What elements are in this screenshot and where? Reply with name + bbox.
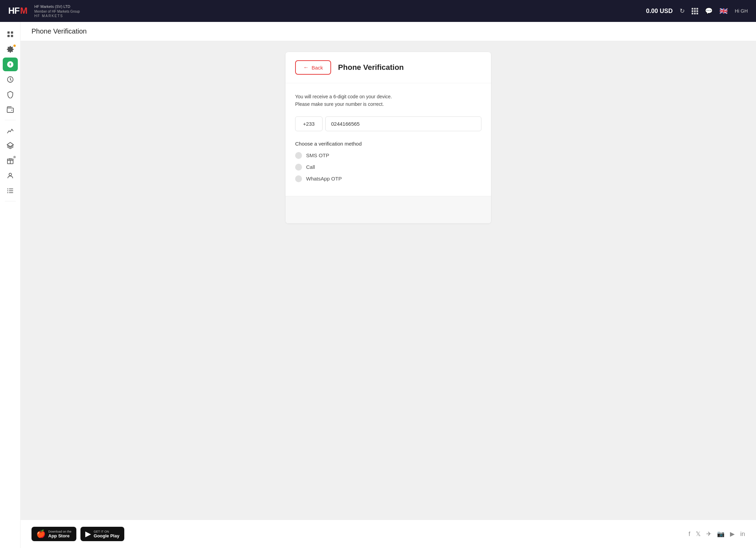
card-bottom <box>286 196 491 223</box>
content-area: ← Back Phone Verification You will recei… <box>21 41 756 520</box>
sidebar-item-wallet[interactable] <box>3 103 18 116</box>
layers-icon <box>7 142 14 149</box>
svg-point-14 <box>7 192 8 193</box>
sidebar-item-settings[interactable] <box>3 42 18 56</box>
app-store-button[interactable]: 🍎 Download on the App Store <box>32 527 76 541</box>
phone-row: +233 0244166565 <box>295 116 481 131</box>
app-store-sub: Download on the <box>48 530 72 533</box>
svg-rect-2 <box>7 35 9 37</box>
card-title: Phone Verification <box>338 63 404 72</box>
gift-icon <box>7 157 14 164</box>
svg-point-8 <box>9 173 11 176</box>
balance-display: 0.00 USD <box>646 8 673 15</box>
social-icons: f 𝕏 ✈ 📷 ▶ in <box>689 530 745 538</box>
settings-icon <box>7 46 14 53</box>
app-buttons: 🍎 Download on the App Store ▶ GET IT ON … <box>32 527 124 541</box>
telegram-icon[interactable]: ✈ <box>706 530 711 538</box>
phone-number-display: 0244166565 <box>325 116 481 131</box>
history-icon <box>7 76 14 83</box>
sidebar-item-gifts[interactable] <box>3 154 18 167</box>
greeting-text: Hi GH <box>735 8 748 14</box>
linkedin-icon[interactable]: in <box>740 531 745 538</box>
sidebar-divider-2 <box>5 201 16 201</box>
sidebar-divider-1 <box>5 120 16 120</box>
logo-text: HF Markets (SV) LTD Member of HF Markets… <box>34 4 80 17</box>
settings-notification-dot <box>13 45 16 47</box>
grid-icon[interactable] <box>692 8 698 14</box>
svg-point-12 <box>7 188 8 189</box>
chat-icon[interactable]: 💬 <box>705 7 713 15</box>
main-content: Phone Verification ← Back Phone Verifica… <box>21 22 756 548</box>
svg-point-6 <box>11 110 12 111</box>
gifts-dot <box>13 156 16 158</box>
user-icon <box>7 172 14 179</box>
logo-m: M <box>20 5 28 16</box>
logo-hf: HF <box>8 5 20 16</box>
sidebar <box>0 22 21 548</box>
apple-icon: 🍎 <box>36 530 46 538</box>
method-whatsapp-label: WhatsApp OTP <box>306 176 342 182</box>
card-header: ← Back Phone Verification <box>286 52 491 83</box>
deposit-icon <box>7 61 14 68</box>
refresh-icon[interactable]: ↻ <box>680 7 685 15</box>
company-subtitle: Member of HF Markets Group <box>34 9 80 14</box>
sidebar-item-deposit[interactable] <box>3 58 18 71</box>
svg-rect-3 <box>11 35 13 37</box>
sidebar-item-account-security[interactable] <box>3 88 18 101</box>
youtube-icon[interactable]: ▶ <box>730 530 735 538</box>
svg-point-13 <box>7 190 8 191</box>
instruction-line1: You will receive a 6-digit code on your … <box>295 94 392 99</box>
sidebar-item-dashboard[interactable] <box>3 27 18 41</box>
method-call-label: Call <box>306 164 315 170</box>
google-play-icon: ▶ <box>85 530 91 538</box>
radio-whatsapp[interactable] <box>295 175 302 182</box>
app-store-main: App Store <box>48 533 72 538</box>
svg-rect-5 <box>7 108 13 112</box>
page-title: Phone Verification <box>32 27 745 35</box>
svg-rect-0 <box>7 32 9 34</box>
method-whatsapp[interactable]: WhatsApp OTP <box>295 175 481 182</box>
google-play-text: GET IT ON Google Play <box>94 530 119 538</box>
facebook-icon[interactable]: f <box>689 531 690 538</box>
sidebar-item-history[interactable] <box>3 73 18 86</box>
list-icon <box>7 187 14 195</box>
dashboard-icon <box>7 30 14 38</box>
verification-card: ← Back Phone Verification You will recei… <box>286 52 491 223</box>
verification-methods: SMS OTP Call WhatsApp OTP <box>295 152 481 182</box>
method-call[interactable]: Call <box>295 164 481 171</box>
svg-rect-1 <box>11 32 13 34</box>
card-body: You will receive a 6-digit code on your … <box>286 83 491 196</box>
radio-sms[interactable] <box>295 152 302 159</box>
shield-icon <box>7 91 14 98</box>
back-button[interactable]: ← Back <box>295 60 331 75</box>
back-label: Back <box>312 65 323 71</box>
instruction-line2: Please make sure your number is correct. <box>295 101 384 107</box>
sidebar-item-layers[interactable] <box>3 139 18 152</box>
back-arrow-icon: ← <box>303 64 309 71</box>
method-sms-label: SMS OTP <box>306 152 329 158</box>
page-title-bar: Phone Verification <box>21 22 756 41</box>
sidebar-item-list[interactable] <box>3 184 18 198</box>
logo-tagline: HF MARKETS <box>34 14 80 18</box>
header-right: 0.00 USD ↻ 💬 🇬🇧 Hi GH <box>646 7 748 15</box>
method-label: Choose a verification method <box>295 141 481 147</box>
country-code-display[interactable]: +233 <box>295 116 323 131</box>
instagram-icon[interactable]: 📷 <box>717 530 724 538</box>
method-sms[interactable]: SMS OTP <box>295 152 481 159</box>
app-header: HFM HF Markets (SV) LTD Member of HF Mar… <box>0 0 756 22</box>
radio-call[interactable] <box>295 164 302 171</box>
language-flag[interactable]: 🇬🇧 <box>719 7 728 15</box>
logo: HFM HF Markets (SV) LTD Member of HF Mar… <box>8 4 80 17</box>
google-play-button[interactable]: ▶ GET IT ON Google Play <box>80 527 124 541</box>
google-play-sub: GET IT ON <box>94 530 119 533</box>
wallet-icon <box>7 106 14 113</box>
logo-box: HFM <box>8 5 27 16</box>
instruction-text: You will receive a 6-digit code on your … <box>295 93 481 108</box>
x-twitter-icon[interactable]: 𝕏 <box>696 530 701 538</box>
footer: 🍎 Download on the App Store ▶ GET IT ON … <box>21 520 756 548</box>
sidebar-item-chart[interactable] <box>3 124 18 137</box>
company-name: HF Markets (SV) LTD <box>34 4 80 9</box>
sidebar-item-profile[interactable] <box>3 169 18 183</box>
app-store-text: Download on the App Store <box>48 530 72 538</box>
google-play-main: Google Play <box>94 533 119 538</box>
